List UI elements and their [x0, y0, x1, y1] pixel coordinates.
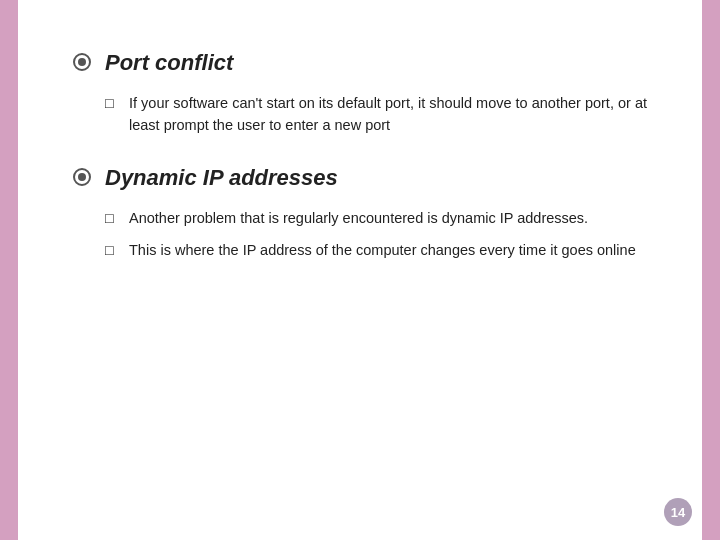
bullet-icon-2: [73, 168, 91, 186]
sub-bullet-text-port-1: If your software can't start on its defa…: [129, 92, 647, 137]
bullet-icon-inner-1: [78, 58, 86, 66]
sub-bullet-text-dynamic-1: Another problem that is regularly encoun…: [129, 207, 588, 229]
section-body-2: Dynamic IP addresses □ Another problem t…: [105, 165, 647, 262]
slide-content: Port conflict □ If your software can't s…: [18, 0, 702, 540]
section-title-dynamic-ip: Dynamic IP addresses: [105, 165, 647, 191]
bullet-icon-inner-2: [78, 173, 86, 181]
section-port-conflict: Port conflict □ If your software can't s…: [73, 50, 647, 137]
section-title-port-conflict: Port conflict: [105, 50, 647, 76]
sub-bullet-label-dynamic-2: □: [105, 239, 119, 261]
sub-bullet-label-port-1: □: [105, 92, 119, 114]
border-right: [702, 0, 720, 540]
section-dynamic-ip: Dynamic IP addresses □ Another problem t…: [73, 165, 647, 262]
section-body-1: Port conflict □ If your software can't s…: [105, 50, 647, 137]
sub-bullet-port-1: □ If your software can't start on its de…: [105, 92, 647, 137]
sub-bullet-dynamic-1: □ Another problem that is regularly enco…: [105, 207, 647, 229]
sub-bullet-dynamic-2: □ This is where the IP address of the co…: [105, 239, 647, 261]
bullet-icon-1: [73, 53, 91, 71]
border-left: [0, 0, 18, 540]
page-number: 14: [664, 498, 692, 526]
sub-bullet-label-dynamic-1: □: [105, 207, 119, 229]
sub-bullet-text-dynamic-2: This is where the IP address of the comp…: [129, 239, 636, 261]
